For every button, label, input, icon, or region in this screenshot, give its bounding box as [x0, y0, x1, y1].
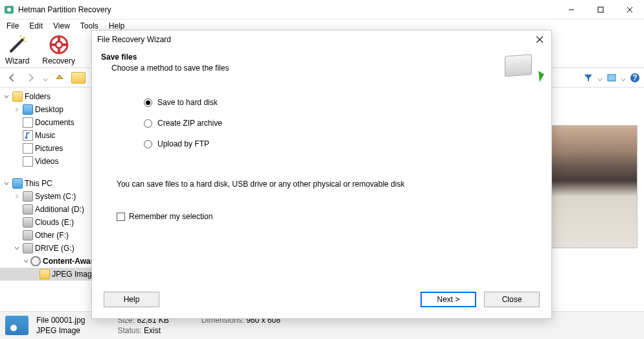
checkbox-remember[interactable]: Remember my selection — [117, 212, 529, 221]
tree-label-music: Music — [35, 131, 55, 140]
back-button[interactable] — [4, 70, 19, 86]
forward-button[interactable] — [23, 70, 39, 86]
status-filename: File 00001.jpg — [36, 316, 85, 325]
chevron-down-icon[interactable] — [3, 93, 10, 100]
svg-point-23 — [25, 137, 28, 139]
svg-rect-15 — [63, 43, 68, 46]
wizard-button[interactable]: Wizard — [5, 34, 29, 65]
hard-disk-icon — [503, 53, 542, 81]
window-title: Hetman Partition Recovery — [18, 5, 557, 14]
chevron-down-icon[interactable] — [13, 244, 21, 252]
radio-icon — [144, 140, 152, 148]
svg-line-6 — [11, 40, 23, 51]
magnifier-icon — [30, 256, 41, 266]
drive-icon — [23, 217, 33, 228]
dialog-header-subtitle: Choose a method to save the files — [101, 64, 503, 73]
dialog-header-title: Save files — [101, 53, 503, 62]
path-folder-icon[interactable] — [71, 72, 86, 84]
folder-icon — [40, 269, 50, 279]
pc-icon — [12, 178, 23, 189]
help-icon[interactable]: ? — [630, 73, 640, 83]
radio-label-zip: Create ZIP archive — [157, 119, 222, 128]
music-icon — [23, 130, 33, 141]
recovery-label: Recovery — [42, 56, 75, 65]
status-status-label: Status: — [117, 326, 141, 335]
preview-thumbnail — [550, 125, 638, 248]
chevron-right-icon[interactable] — [13, 106, 21, 113]
minimize-button[interactable] — [557, 0, 586, 19]
svg-point-11 — [56, 41, 62, 48]
menu-file[interactable]: File — [3, 20, 23, 32]
svg-rect-14 — [50, 43, 55, 46]
tree-label-videos: Videos — [35, 157, 58, 166]
tree-label-other: Other (F:) — [35, 231, 69, 240]
filter-dropdown-icon[interactable] — [597, 75, 603, 80]
svg-point-8 — [19, 36, 21, 38]
close-button-label: Close — [502, 295, 522, 304]
dialog-note: You can save files to a hard disk, USB d… — [117, 180, 529, 189]
up-button[interactable] — [52, 70, 67, 86]
view-dropdown-icon[interactable] — [621, 75, 626, 80]
dialog-titlebar: File Recovery Wizard — [92, 30, 551, 49]
svg-rect-16 — [608, 75, 615, 81]
tree-label-folders: Folders — [25, 92, 51, 101]
tree-label-additional: Additional (D:) — [35, 205, 84, 214]
view-icon[interactable] — [606, 73, 617, 83]
wand-icon — [7, 34, 28, 55]
next-button[interactable]: Next > — [420, 292, 476, 307]
radio-create-zip[interactable]: Create ZIP archive — [144, 119, 529, 128]
folder-icon — [12, 91, 23, 102]
wizard-label: Wizard — [5, 56, 29, 65]
dialog-title: File Recovery Wizard — [97, 35, 533, 44]
status-status-value: Exist — [144, 326, 161, 335]
radio-label-hd: Save to hard disk — [157, 98, 218, 107]
maximize-button[interactable] — [586, 0, 615, 19]
tree-label-drive: DRIVE (G:) — [35, 244, 75, 253]
help-button-label: Help — [124, 295, 140, 304]
help-button[interactable]: Help — [104, 292, 159, 307]
file-recovery-wizard-dialog: File Recovery Wizard Save files Choose a… — [91, 30, 552, 319]
chevron-down-icon[interactable] — [3, 180, 10, 187]
dialog-close-button[interactable] — [533, 33, 546, 46]
close-button[interactable] — [615, 0, 644, 19]
document-icon — [23, 117, 33, 128]
tree-label-clouds: Clouds (E:) — [35, 218, 74, 227]
chevron-down-icon[interactable] — [23, 257, 29, 265]
svg-point-7 — [23, 37, 25, 40]
close-button[interactable]: Close — [484, 292, 540, 307]
radio-icon — [144, 99, 152, 107]
status-file-icon — [5, 316, 29, 335]
svg-point-1 — [7, 8, 11, 12]
svg-rect-12 — [58, 36, 60, 41]
menu-view[interactable]: View — [49, 20, 74, 32]
drive-icon — [23, 204, 33, 215]
chevron-right-icon[interactable] — [13, 193, 21, 200]
radio-upload-ftp[interactable]: Upload by FTP — [144, 139, 529, 148]
next-button-label: Next > — [437, 295, 459, 304]
recovery-button[interactable]: Recovery — [42, 34, 75, 65]
svg-rect-13 — [58, 49, 60, 54]
tree-label-system: System (C:) — [35, 192, 76, 201]
dialog-header: Save files Choose a method to save the f… — [92, 49, 551, 86]
app-icon — [4, 5, 14, 15]
checkbox-label-remember: Remember my selection — [129, 212, 213, 221]
radio-icon — [144, 119, 152, 128]
dialog-footer: Help Next > Close — [92, 287, 551, 318]
status-filetype: JPEG Image — [36, 326, 85, 335]
tree-label-desktop: Desktop — [35, 105, 63, 114]
drive-icon — [23, 243, 33, 253]
lifebuoy-icon — [49, 34, 69, 55]
radio-save-hard-disk[interactable]: Save to hard disk — [144, 98, 529, 107]
filter-icon[interactable] — [583, 73, 593, 83]
dialog-body: Save to hard disk Create ZIP archive Upl… — [92, 86, 551, 287]
drive-icon — [23, 191, 33, 202]
history-dropdown-icon[interactable] — [43, 75, 48, 80]
picture-icon — [23, 143, 33, 154]
titlebar: Hetman Partition Recovery — [0, 0, 644, 19]
svg-text:?: ? — [632, 73, 637, 82]
menu-edit[interactable]: Edit — [25, 20, 47, 32]
tree-label-pictures: Pictures — [35, 144, 63, 153]
video-icon — [23, 156, 33, 167]
tree-label-thispc: This PC — [25, 179, 52, 188]
checkbox-icon — [117, 213, 125, 221]
